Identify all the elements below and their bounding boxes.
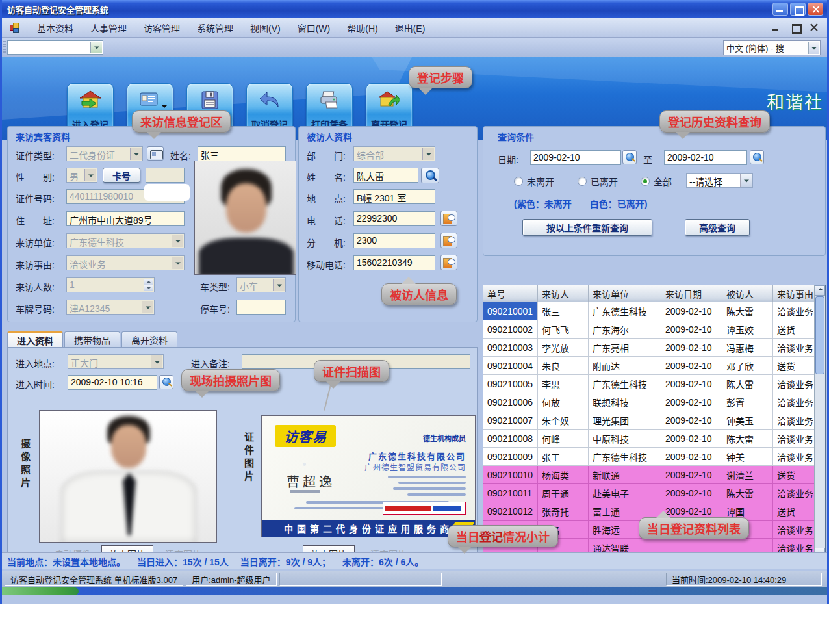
table-cell[interactable]: 广东德生科技 — [589, 302, 661, 320]
stepper-down-icon[interactable] — [144, 285, 153, 291]
table-cell[interactable]: 送货 — [773, 320, 815, 339]
menu-system[interactable]: 系统管理 — [197, 21, 233, 34]
table-cell[interactable]: 李思 — [538, 375, 589, 393]
table-cell[interactable]: 洽谈业务 — [773, 411, 815, 430]
table-cell[interactable]: 何峰 — [538, 430, 589, 448]
reason-combo[interactable]: 洽谈业务 — [66, 255, 185, 270]
table-cell[interactable]: 090210010 — [483, 466, 538, 484]
menu-help[interactable]: 帮助(H) — [347, 21, 377, 34]
phone-field[interactable]: 22992300 — [353, 211, 435, 226]
radio-left[interactable]: 已离开 — [578, 175, 618, 188]
tab-carried-items[interactable]: 携带物品 — [64, 331, 120, 347]
address-field[interactable]: 广州市中山大道89号 — [66, 211, 185, 226]
vertical-scrollbar[interactable] — [814, 285, 825, 558]
quick-combo[interactable] — [7, 40, 103, 55]
table-cell[interactable]: 090210011 — [483, 484, 538, 502]
table-cell[interactable]: 附而达 — [589, 357, 661, 375]
table-cell[interactable]: 090210005 — [483, 375, 538, 393]
table-cell[interactable]: 理光集团 — [589, 411, 661, 430]
table-cell[interactable]: 2009-02-10 — [661, 357, 722, 375]
vehicle-type-combo[interactable]: 小车 — [236, 277, 286, 292]
table-cell[interactable]: 090210003 — [483, 339, 538, 357]
table-header-cell[interactable]: 来访人 — [538, 285, 589, 302]
restore-icon[interactable] — [790, 3, 806, 16]
menu-hr[interactable]: 人事管理 — [90, 21, 127, 34]
table-cell[interactable]: 周于通 — [538, 484, 589, 502]
table-header-cell[interactable]: 来访单位 — [589, 285, 661, 302]
table-cell[interactable]: 090210012 — [483, 502, 538, 521]
ext-dial-icon[interactable] — [440, 233, 457, 248]
parking-field[interactable] — [236, 300, 286, 315]
table-cell[interactable]: 洽谈业务 — [773, 448, 815, 466]
table-cell[interactable]: 陈大雷 — [722, 302, 773, 320]
requery-button[interactable]: 按以上条件重新查询 — [522, 219, 652, 236]
company-combo[interactable]: 广东德生科技 — [66, 233, 185, 248]
host-search-icon[interactable] — [421, 168, 439, 183]
table-row[interactable]: 090210002何飞飞广东海尔2009-02-10谭玉姣送货 — [483, 320, 825, 339]
table-row[interactable]: 090210011周于通赴美电子2009-02-10陈大雷洽谈业务 — [483, 484, 825, 502]
table-cell[interactable]: 090210006 — [483, 393, 538, 411]
table-cell[interactable]: 张三 — [538, 302, 589, 320]
date-from-field[interactable]: 2009-02-10 — [530, 150, 621, 165]
table-cell[interactable]: 洽谈业务 — [773, 484, 815, 502]
card-no-button[interactable]: 卡号 — [103, 168, 140, 183]
tab-leave-info[interactable]: 离开资料 — [121, 331, 177, 347]
table-cell[interactable]: 洽谈业务 — [773, 521, 815, 539]
table-row[interactable]: 090210009张工广东德生科技2009-02-10钟美洽谈业务 — [483, 448, 825, 466]
menu-view[interactable]: 视图(V) — [250, 21, 281, 34]
table-cell[interactable]: 彭置 — [722, 393, 773, 411]
dept-combo[interactable]: 综合部 — [353, 146, 435, 161]
table-cell[interactable]: 谭玉姣 — [722, 320, 773, 339]
host-name-field[interactable]: 陈大雷 — [353, 168, 418, 183]
query-select-combo[interactable]: --请选择 — [686, 173, 753, 188]
visitor-name-field[interactable]: 张三 — [198, 146, 286, 161]
table-cell[interactable]: 2009-02-10 — [661, 302, 722, 320]
table-cell[interactable]: 2009-02-10 — [661, 411, 722, 430]
table-cell[interactable]: 朱良 — [538, 357, 589, 375]
language-bar[interactable]: 中文 (简体) - 搜 — [723, 40, 821, 55]
table-cell[interactable]: 送货 — [773, 357, 815, 375]
table-cell[interactable]: 090210002 — [483, 320, 538, 339]
table-cell[interactable]: 新联通 — [589, 466, 661, 484]
table-cell[interactable]: 张工 — [538, 448, 589, 466]
table-cell[interactable]: 090210007 — [483, 411, 538, 430]
place-field[interactable]: B幢 2301 室 — [353, 189, 435, 204]
table-cell[interactable]: 2009-02-10 — [661, 375, 722, 393]
entry-time-field[interactable]: 2009-02-10 10:16 — [68, 375, 157, 390]
mobile-dial-icon[interactable] — [440, 255, 457, 270]
vscroll-thumb[interactable] — [815, 296, 824, 374]
scroll-up-icon[interactable] — [815, 285, 825, 296]
entry-time-picker-icon[interactable] — [159, 375, 173, 389]
table-cell[interactable]: 李光放 — [538, 339, 589, 357]
tab-entry-info[interactable]: 进入资料 — [7, 331, 63, 347]
table-cell[interactable]: 2009-02-10 — [661, 466, 722, 484]
table-cell[interactable]: 陈大雷 — [722, 430, 773, 448]
menu-exit[interactable]: 退出(E) — [395, 21, 426, 34]
table-cell[interactable]: 广东德生科技 — [589, 448, 661, 466]
table-cell[interactable]: 洽谈业务 — [773, 339, 815, 357]
menu-basic-data[interactable]: 基本资料 — [37, 21, 73, 34]
radio-not-left[interactable]: 未离开 — [514, 175, 554, 188]
table-header-cell[interactable]: 被访人 — [722, 285, 773, 302]
gender-combo[interactable]: 男 — [66, 168, 97, 183]
card-reader-icon[interactable] — [147, 146, 164, 161]
table-row[interactable]: 090210004朱良附而达2009-02-10邓子欣送货 — [483, 357, 825, 375]
ext-field[interactable]: 2300 — [353, 233, 435, 248]
table-cell[interactable]: 2009-02-10 — [661, 484, 722, 502]
table-header-cell[interactable]: 单号 — [483, 285, 538, 302]
table-cell[interactable]: 中原科技 — [589, 430, 661, 448]
phone-dial-icon[interactable] — [440, 211, 457, 226]
table-cell[interactable]: 090210008 — [483, 430, 538, 448]
table-cell[interactable]: 2009-02-10 — [661, 448, 722, 466]
table-row[interactable]: 090210007朱个奴理光集团2009-02-10钟美玉洽谈业务 — [483, 411, 825, 430]
table-cell[interactable]: 朱个奴 — [538, 411, 589, 430]
table-header-cell[interactable]: 来访日期 — [661, 285, 722, 302]
table-cell[interactable]: 何放 — [538, 393, 589, 411]
table-cell[interactable]: 陈大雷 — [722, 484, 773, 502]
mdi-close-icon[interactable] — [808, 21, 821, 33]
table-cell[interactable]: 钟美玉 — [722, 411, 773, 430]
table-row[interactable]: 090210001张三广东德生科技2009-02-10陈大雷洽谈业务 — [483, 302, 825, 320]
mdi-restore-icon[interactable] — [788, 21, 801, 33]
table-cell[interactable]: 2009-02-10 — [661, 339, 722, 357]
date-from-picker-icon[interactable] — [622, 150, 637, 164]
